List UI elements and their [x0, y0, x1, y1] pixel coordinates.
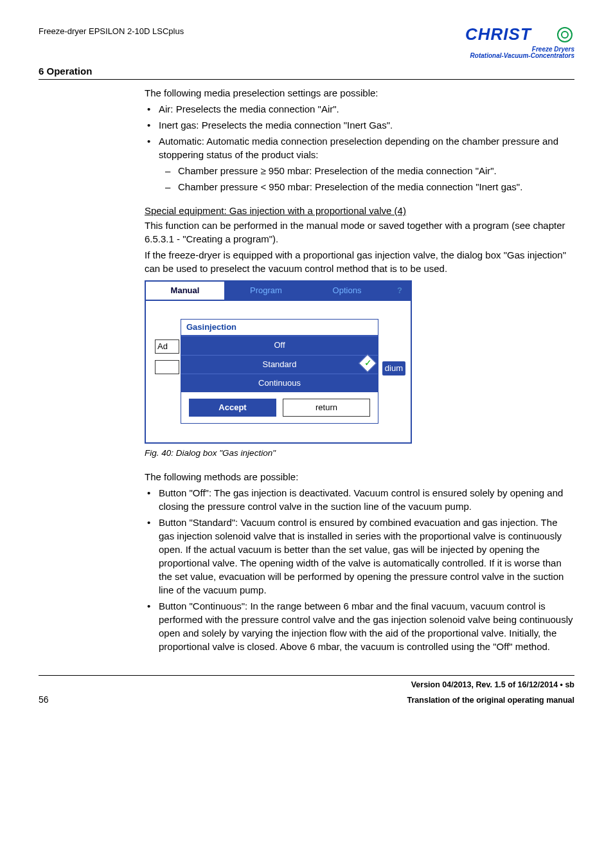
logo-subtitle-2: Rotational-Vacuum-Concentrators	[465, 53, 574, 59]
tab-help[interactable]: ?	[389, 282, 411, 300]
dialog-side-label: Ad	[155, 339, 179, 354]
option-off[interactable]: Off	[181, 336, 378, 354]
media-item-auto-lead: Automatic: Automatic media connection pr…	[159, 136, 558, 160]
footer-version: Version 04/2013, Rev. 1.5 of 16/12/2014 …	[411, 680, 574, 689]
dialog-side-box	[155, 360, 179, 374]
special-equipment-heading: Special equipment: Gas injection with a …	[145, 204, 574, 217]
tab-program[interactable]: Program	[227, 282, 308, 300]
gasinjection-panel: Gasinjection Off Standard ✓ Continuous A…	[181, 319, 378, 424]
method-standard: Button "Standard": Vacuum control is ens…	[145, 516, 574, 597]
svg-point-2	[562, 32, 568, 38]
footer-translation: Translation of the original operating ma…	[407, 695, 574, 707]
figure-caption: Fig. 40: Dialog box "Gas injection"	[145, 448, 574, 460]
option-standard-label: Standard	[263, 359, 297, 369]
methods-intro: The following methods are possible:	[145, 470, 574, 484]
return-button[interactable]: return	[283, 399, 370, 417]
media-auto-sub-a: Chamber pressure ≥ 950 mbar: Preselectio…	[159, 164, 574, 177]
svg-point-1	[558, 28, 572, 42]
media-item-auto: Automatic: Automatic media connection pr…	[145, 134, 574, 194]
doc-label: Freeze-dryer EPSILON 2-10D LSCplus	[39, 26, 184, 37]
method-continuous: Button "Continuous": In the range betwee…	[145, 599, 574, 653]
dialog-figure: Manual Program Options ? Ad dium Gasinje…	[145, 280, 412, 444]
option-continuous[interactable]: Continuous	[181, 374, 378, 392]
section-title: 6 Operation	[39, 64, 574, 78]
svg-text:CHRIST: CHRIST	[465, 26, 532, 44]
media-item-inert: Inert gas: Preselects the media connecti…	[145, 118, 574, 132]
tab-manual[interactable]: Manual	[146, 282, 227, 300]
special-p2: If the freeze-dryer is equipped with a p…	[145, 248, 574, 275]
special-p1: This function can be performed in the ma…	[145, 219, 574, 246]
page-number: 56	[39, 694, 49, 707]
method-off: Button "Off": The gas injection is deact…	[145, 486, 574, 513]
check-icon: ✓	[359, 354, 377, 372]
media-intro: The following media preselection setting…	[145, 86, 574, 100]
dialog-right-label: dium	[382, 361, 405, 375]
option-standard[interactable]: Standard ✓	[181, 355, 378, 374]
dialog-tabs: Manual Program Options ?	[146, 282, 411, 301]
media-auto-sub-b: Chamber pressure < 950 mbar: Preselectio…	[159, 180, 574, 194]
tab-options[interactable]: Options	[308, 282, 389, 300]
accept-button[interactable]: Accept	[189, 399, 276, 417]
brand-logo: CHRIST Freeze Dryers Rotational-Vacuum-C…	[465, 26, 574, 59]
media-item-air: Air: Preselects the media connection "Ai…	[145, 102, 574, 116]
header-rule	[39, 79, 574, 80]
gasinjection-title: Gasinjection	[181, 320, 378, 336]
